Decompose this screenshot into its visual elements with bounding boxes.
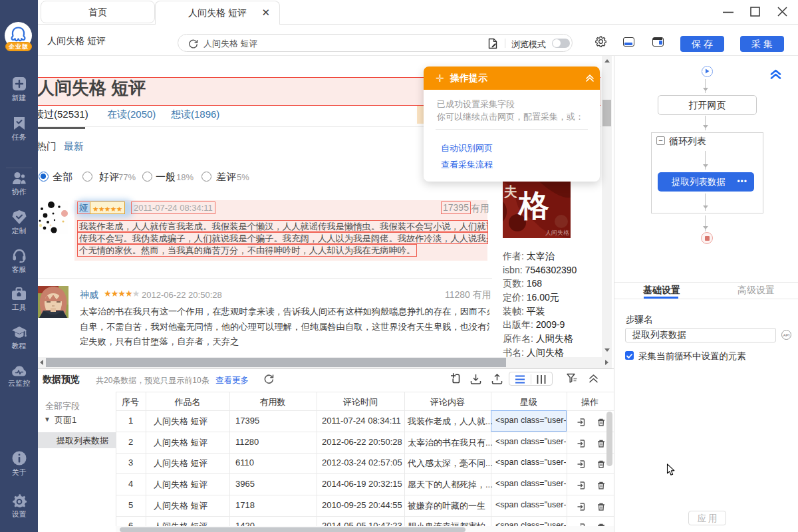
svg-text:夫: 夫 — [503, 184, 517, 199]
svg-text:人间失格: 人间失格 — [545, 229, 569, 236]
svg-text:格: 格 — [517, 189, 549, 223]
